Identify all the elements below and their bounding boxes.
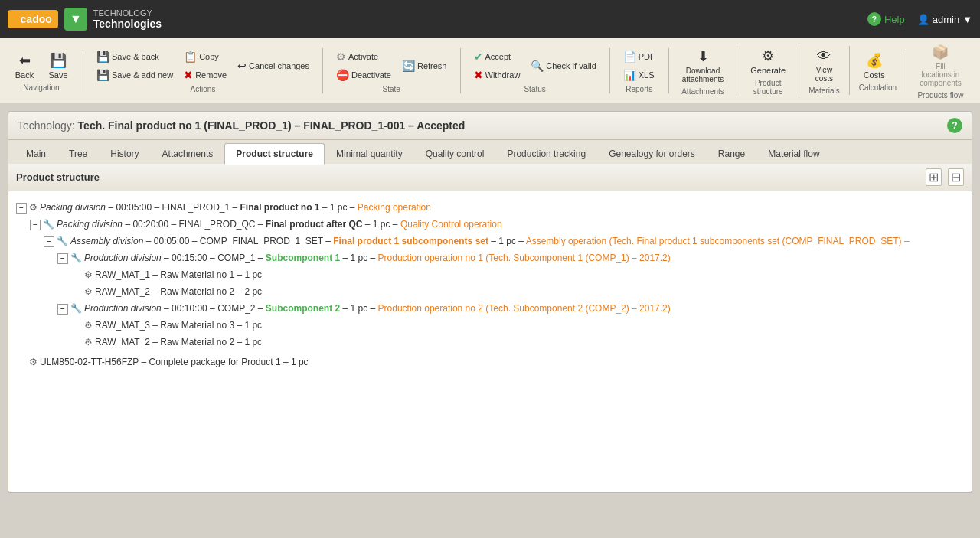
refresh-label: Refresh bbox=[417, 61, 447, 70]
tree-row-raw4: ⚙ RAW_MAT_2 – Raw Material no 2 – 1 pc bbox=[71, 334, 964, 351]
back-button[interactable]: ⬅ Back bbox=[9, 50, 40, 82]
node-link-1-1-1-1[interactable]: Production operation no 1 (Tech. Subcomp… bbox=[378, 253, 671, 263]
view-costs-label: View costs bbox=[812, 66, 836, 83]
save-add-label: Save & add new bbox=[112, 70, 173, 80]
view-costs-button[interactable]: 👁 View costs bbox=[808, 46, 840, 85]
tab-attachments[interactable]: Attachments bbox=[151, 143, 225, 164]
tab-minimal-quantity[interactable]: Minimal quantity bbox=[325, 143, 414, 164]
tree-subtree-1-1-1-1-leaves: ⚙ RAW_MAT_1 – Raw Material no 1 – 1 pc ⚙… bbox=[71, 266, 964, 300]
node-text-n2: ULM850-02-TT-H56FZP – Complete package f… bbox=[40, 355, 309, 369]
tab-quality-control[interactable]: Quality control bbox=[414, 143, 496, 164]
content-panel: Product structure ⊞ ⊟ − ⚙ Packing divisi… bbox=[8, 164, 972, 493]
node-link-sub2[interactable]: Subcomponent 2 bbox=[266, 303, 340, 314]
back-label: Back bbox=[15, 70, 34, 80]
toolbar-navigation: ⬅ Back 💾 Save Navigation bbox=[6, 50, 83, 92]
app-title: Technologies bbox=[93, 18, 162, 30]
header-right: ? Help 👤 admin ▼ bbox=[867, 12, 972, 26]
save-add-icon: 💾 bbox=[96, 69, 109, 81]
costs-button[interactable]: 💰 Costs bbox=[859, 50, 890, 82]
cancel-changes-button[interactable]: ↩ Cancel changes bbox=[234, 57, 313, 74]
node-link-1-1-1b[interactable]: Assembly operation (Tech. Final product … bbox=[526, 236, 910, 246]
tab-genealogy-for-orders[interactable]: Genealogy for orders bbox=[597, 143, 707, 164]
div-icon-1-1-1: 🔧 bbox=[57, 234, 68, 248]
app-title-area: TECHNOLOGY Technologies bbox=[93, 8, 162, 30]
save-back-label: Save & back bbox=[112, 52, 159, 61]
save-add-new-button[interactable]: 💾 Save & add new bbox=[93, 67, 177, 83]
tab-range[interactable]: Range bbox=[707, 143, 756, 164]
refresh-button[interactable]: 🔄 Refresh bbox=[398, 57, 451, 74]
tree-row-1-1-1-2: − 🔧 Production division – 00:10:00 – COM… bbox=[57, 300, 964, 317]
node-link-sub1[interactable]: Subcomponent 1 bbox=[266, 253, 340, 263]
pdf-label: PDF bbox=[639, 52, 655, 61]
save-button[interactable]: 💾 Save bbox=[43, 50, 74, 82]
fill-locations-label: Fill locations in components bbox=[920, 62, 961, 87]
tab-main[interactable]: Main bbox=[15, 143, 57, 164]
save-back-icon: 💾 bbox=[96, 51, 109, 63]
tree-toggle-1-1-1-2[interactable]: − bbox=[57, 304, 68, 315]
node-text-raw3: RAW_MAT_3 – Raw Material no 3 – 1 pc bbox=[95, 318, 262, 332]
pdf-button[interactable]: 📄 PDF bbox=[619, 48, 659, 65]
page-help-icon[interactable]: ? bbox=[947, 118, 962, 133]
tree-toggle-1-1-1-1[interactable]: − bbox=[57, 253, 68, 264]
tree-toggle-1-1-1[interactable]: − bbox=[44, 236, 54, 247]
back-icon: ⬅ bbox=[19, 52, 31, 69]
dropdown-arrow[interactable]: ▼ bbox=[64, 8, 87, 31]
toolbar: ⬅ Back 💾 Save Navigation 💾 Save & back 💾… bbox=[0, 38, 980, 103]
node-text-1: Packing division – 00:05:00 – FINAL_PROD… bbox=[40, 201, 431, 214]
check-valid-button[interactable]: 🔍 Check if valid bbox=[527, 57, 599, 74]
node-text-1-1: Packing division – 00:20:00 – FINAL_PROD… bbox=[57, 217, 502, 231]
node-link-1-1-1-2[interactable]: Production operation no 2 (Tech. Subcomp… bbox=[378, 303, 671, 314]
node-text-raw1: RAW_MAT_1 – Raw Material no 1 – 1 pc bbox=[95, 268, 262, 282]
cancel-label: Cancel changes bbox=[249, 61, 309, 70]
fill-locations-button[interactable]: 📦 Fill locations in components bbox=[916, 41, 965, 90]
activate-icon: ⚙ bbox=[336, 51, 346, 63]
activate-label: Activate bbox=[348, 52, 378, 61]
download-attachments-button[interactable]: ⬇ Download attachments bbox=[678, 46, 727, 86]
tab-product-structure[interactable]: Product structure bbox=[224, 143, 325, 165]
tree-subtree-1-1: − 🔧 Packing division – 00:20:00 – FINAL_… bbox=[30, 216, 964, 351]
xls-button[interactable]: 📊 XLS bbox=[619, 67, 659, 83]
tab-tree[interactable]: Tree bbox=[57, 143, 99, 164]
remove-button[interactable]: ✖ Remove bbox=[180, 67, 230, 83]
generate-button[interactable]: ⚙ Generate bbox=[746, 45, 789, 77]
node-link-1[interactable]: Packing operation bbox=[358, 202, 431, 213]
gear-icon-raw2: ⚙ bbox=[84, 285, 93, 298]
toolbar-products-flow: 📦 Fill locations in components Products … bbox=[906, 41, 974, 99]
gear-icon-n2: ⚙ bbox=[29, 355, 38, 369]
tree-row-raw2: ⚙ RAW_MAT_2 – Raw Material no 2 – 2 pc bbox=[71, 283, 964, 300]
title-prefix: Technology: bbox=[18, 119, 75, 132]
costs-label: Costs bbox=[864, 70, 885, 80]
help-label: Help bbox=[884, 14, 905, 25]
accept-button[interactable]: ✔ Accept bbox=[470, 48, 524, 65]
toolbar-product-structure: ⚙ Generate Product structure bbox=[737, 45, 799, 96]
tree-toggle-1-1[interactable]: − bbox=[30, 220, 41, 230]
generate-label: Generate bbox=[750, 66, 786, 75]
user-icon: 👤 bbox=[917, 14, 929, 25]
user-menu[interactable]: 👤 admin ▼ bbox=[917, 14, 972, 25]
remove-label: Remove bbox=[195, 70, 227, 80]
copy-button[interactable]: 📋 Copy bbox=[180, 48, 230, 65]
tab-material-flow[interactable]: Material flow bbox=[756, 143, 831, 164]
node-link-1-1[interactable]: Quality Control operation bbox=[400, 219, 502, 230]
tree-subtree-1-1-1-2-leaves: ⚙ RAW_MAT_3 – Raw Material no 3 – 1 pc ⚙… bbox=[71, 317, 964, 351]
activate-button[interactable]: ⚙ Activate bbox=[332, 48, 395, 65]
accept-label: Accept bbox=[485, 52, 511, 61]
panel-collapse-button[interactable]: ⊟ bbox=[948, 168, 964, 186]
withdraw-button[interactable]: ✖ Withdraw bbox=[470, 67, 524, 83]
help-button[interactable]: ? Help bbox=[867, 12, 905, 26]
tab-history[interactable]: History bbox=[99, 143, 150, 164]
tree-toggle-1[interactable]: − bbox=[16, 203, 27, 214]
panel-expand-button[interactable]: ⊞ bbox=[926, 168, 942, 186]
xls-icon: 📊 bbox=[623, 69, 636, 81]
save-back-button[interactable]: 💾 Save & back bbox=[93, 48, 177, 65]
tab-production-tracking[interactable]: Production tracking bbox=[495, 143, 597, 164]
tabs-bar: Main Tree History Attachments Product st… bbox=[8, 140, 972, 164]
calculation-group-label: Calculation bbox=[859, 83, 897, 92]
div-icon-1-1: 🔧 bbox=[43, 217, 54, 231]
node-link-1-1-1a[interactable]: Final product 1 subcomponents set bbox=[333, 236, 488, 246]
logo-area: qcadoo ▼ TECHNOLOGY Technologies bbox=[8, 8, 162, 31]
div-icon-1-1-1-1: 🔧 bbox=[70, 251, 82, 265]
tree-subtree-1-1-1: − 🔧 Assembly division – 00:05:00 – COMP_… bbox=[44, 233, 964, 351]
view-costs-icon: 👁 bbox=[817, 48, 831, 64]
deactivate-button[interactable]: ⛔ Deactivate bbox=[332, 67, 395, 83]
